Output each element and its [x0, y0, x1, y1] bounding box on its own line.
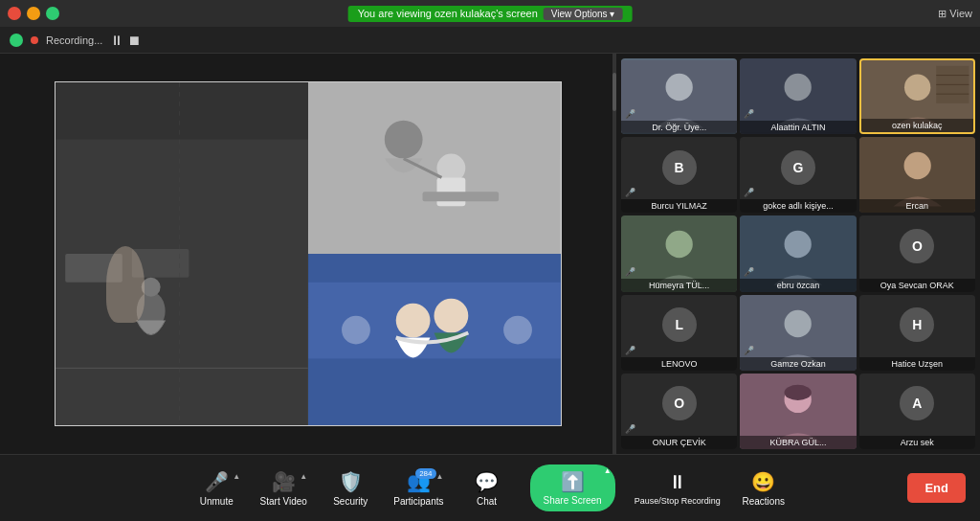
svg-point-16: [396, 304, 431, 338]
svg-point-40: [785, 385, 812, 400]
svg-point-35: [785, 231, 812, 258]
unmute-button[interactable]: 🎤 Unmute ▲: [192, 470, 240, 507]
mute-icon: 🎤: [625, 346, 635, 355]
p3-name: ozen kulakaç: [861, 119, 973, 132]
mute-icon: 🎤: [744, 346, 754, 355]
avatar: O: [662, 386, 697, 420]
share-screen-button[interactable]: ⬆️ Share Screen ▲: [530, 464, 615, 511]
chat-button[interactable]: 💬 Chat: [463, 470, 511, 507]
slide-hug: [308, 254, 561, 425]
participant-tile: L 🎤 LENOVO: [621, 295, 737, 371]
pause-icon[interactable]: ⏸: [110, 33, 123, 48]
p10-name: LENOVO: [621, 357, 737, 371]
recording-controls[interactable]: ⏸ ⏹: [110, 33, 141, 48]
svg-rect-2: [65, 254, 122, 283]
start-video-label: Start Video: [260, 496, 307, 507]
p14-name: KÜBRA GÜL...: [740, 436, 856, 449]
avatar: A: [900, 386, 934, 420]
end-button[interactable]: End: [907, 473, 966, 503]
participant-tile: Ercan: [859, 137, 975, 213]
pause-stop-label: Pause/Stop Recording: [635, 496, 721, 506]
start-video-button[interactable]: 🎥 Start Video ▲: [259, 470, 307, 507]
participant-tile: 🎤 ebru özcan: [740, 215, 856, 291]
slide-hospital: [56, 82, 308, 425]
svg-point-23: [785, 74, 812, 101]
share-arrow[interactable]: ▲: [604, 466, 612, 475]
scroll-indicator: [612, 54, 616, 454]
reactions-icon: 😀: [751, 470, 775, 493]
participants-button[interactable]: 👥 284 Participants ▲: [393, 470, 443, 507]
p2-name: Alaattin ALTIN: [740, 121, 856, 134]
participants-badge: 284: [415, 468, 435, 479]
svg-point-18: [342, 316, 370, 345]
toolbar: 🎤 Unmute ▲ 🎥 Start Video ▲ 🛡️ Security 👥…: [0, 454, 980, 521]
view-options-button[interactable]: View Options ▾: [544, 8, 623, 20]
svg-point-5: [142, 278, 161, 297]
share-screen-label: Share Screen: [544, 495, 602, 506]
participant-tile: G 🎤 gokce adlı kişiye...: [740, 137, 856, 213]
mute-icon: 🎤: [744, 188, 754, 197]
participants-label: Participants: [393, 496, 443, 507]
p12-name: Hatice Uzşen: [859, 357, 975, 371]
svg-point-9: [385, 121, 423, 159]
stop-icon[interactable]: ⏹: [127, 33, 141, 48]
scroll-thumb: [612, 73, 616, 111]
p15-name: Arzu sek: [859, 436, 975, 449]
participant-tile: B 🎤 Burcu YILMAZ: [621, 137, 737, 213]
participant-tile: 🎤 Alaattin ALTIN: [740, 58, 856, 134]
participant-tile: KÜBRA GÜL...: [740, 374, 856, 449]
mute-icon: 🎤: [625, 267, 635, 277]
svg-rect-3: [132, 249, 189, 278]
avatar: L: [662, 307, 697, 342]
p13-name: ONUR ÇEVİK: [621, 436, 737, 449]
recording-indicator: Recording...: [46, 34, 102, 46]
microphone-icon: 🎤: [205, 470, 229, 493]
hug-svg: [308, 254, 561, 425]
presentation-area: [0, 54, 616, 454]
chat-icon: 💬: [475, 470, 499, 493]
participant-tile: O 🎤 ONUR ÇEVİK: [621, 374, 737, 449]
mute-icon: 🎤: [625, 109, 635, 119]
svg-rect-12: [423, 192, 500, 201]
svg-point-25: [904, 75, 930, 101]
p4-name: Burcu YILMAZ: [621, 199, 737, 213]
p9-name: Oya Sevcan ORAK: [859, 279, 975, 292]
p6-name: Ercan: [859, 199, 975, 213]
chat-label: Chat: [477, 496, 497, 507]
pause-stop-recording-button[interactable]: ⏸ Pause/Stop Recording: [635, 471, 721, 506]
svg-rect-8: [308, 82, 561, 254]
title-bar: You are viewing ozen kulakaç's screen Vi…: [0, 0, 980, 27]
security-button[interactable]: 🛡️ Security: [326, 470, 374, 507]
title-bar-left: [8, 7, 59, 20]
pause-stop-icon: ⏸: [668, 471, 687, 493]
close-win-btn[interactable]: [8, 7, 21, 20]
participant-tile: 🎤 Dr. Öğr. Üye...: [621, 58, 737, 134]
svg-point-33: [666, 231, 693, 258]
reactions-button[interactable]: 😀 Reactions: [740, 470, 788, 507]
slides-container: [55, 81, 562, 426]
video-arrow[interactable]: ▲: [300, 472, 307, 481]
security-label: Security: [333, 496, 368, 507]
minimize-win-btn[interactable]: [27, 7, 40, 20]
reactions-label: Reactions: [743, 496, 785, 507]
participant-tile: 🎤 Gamze Ozkan: [740, 295, 856, 371]
recording-status: Recording...: [46, 34, 102, 46]
mute-icon: 🎤: [625, 424, 635, 434]
avatar: B: [662, 150, 697, 185]
p8-name: ebru özcan: [740, 279, 856, 292]
participants-arrow[interactable]: ▲: [436, 472, 444, 481]
recording-bar: Recording... ⏸ ⏹: [0, 27, 980, 54]
screen-share-banner: You are viewing ozen kulakaç's screen Vi…: [348, 6, 633, 22]
p1-name: Dr. Öğr. Üye...: [621, 121, 737, 134]
video-icon: 🎥: [272, 470, 296, 493]
unmute-arrow[interactable]: ▲: [233, 472, 240, 481]
svg-point-19: [503, 316, 532, 345]
svg-point-21: [666, 74, 693, 101]
p7-name: Hümeyra TÜL...: [621, 279, 737, 292]
mute-icon: 🎤: [625, 188, 635, 197]
p5-name: gokce adlı kişiye...: [740, 199, 856, 213]
participant-tile: O Oya Sevcan ORAK: [859, 215, 975, 291]
svg-point-37: [785, 309, 812, 336]
participant-tile: H Hatice Uzşen: [859, 295, 975, 371]
maximize-win-btn[interactable]: [46, 7, 59, 20]
